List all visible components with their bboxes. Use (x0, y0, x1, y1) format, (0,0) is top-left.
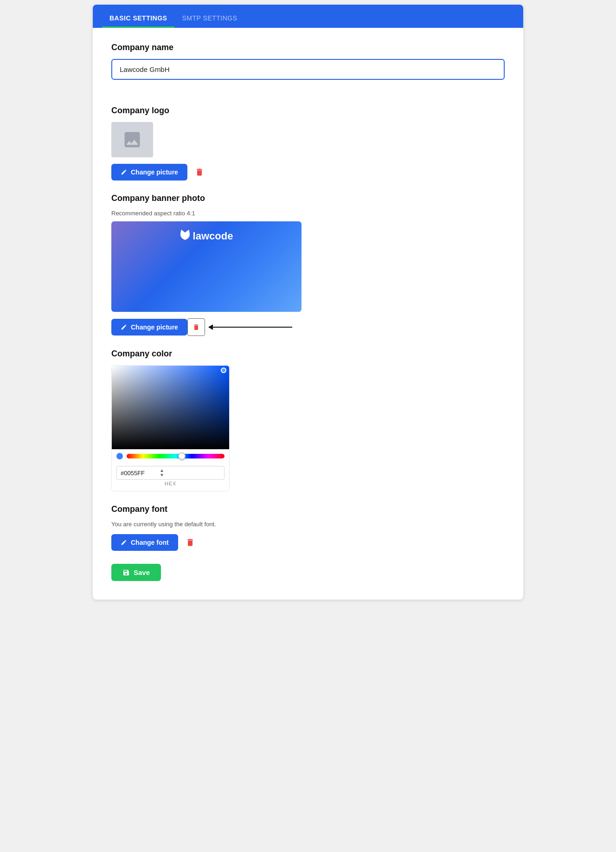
logo-placeholder (111, 122, 153, 157)
company-color-section: Company color (111, 349, 505, 491)
company-name-section: Company name (111, 43, 505, 93)
main-content: Company name Company logo Change picture (93, 28, 523, 600)
font-btn-row: Change font (111, 534, 505, 551)
trash-icon (195, 168, 204, 177)
color-gradient-dark (112, 366, 230, 449)
delete-logo-button[interactable] (193, 166, 206, 179)
company-logo-section: Company logo Change picture (111, 106, 505, 181)
company-font-section: Company font You are currently using the… (111, 504, 505, 551)
tab-bar: BASIC SETTINGS SMTP SETTINGS (93, 5, 523, 28)
change-font-button[interactable]: Change font (111, 534, 178, 551)
company-name-input[interactable] (111, 59, 505, 80)
pencil-icon (121, 539, 127, 546)
pencil-icon (121, 169, 127, 175)
arrow-annotation (209, 327, 292, 328)
save-button[interactable]: Save (111, 564, 161, 581)
aspect-ratio-hint: Recommended aspect ratio 4:1 (111, 210, 505, 217)
image-placeholder-icon (122, 129, 142, 150)
save-icon (122, 569, 130, 576)
company-font-title: Company font (111, 504, 505, 514)
hex-input-wrap: ▲ ▼ (116, 466, 225, 480)
hue-dot (116, 453, 123, 459)
color-picker[interactable]: ▲ ▼ HEX (111, 365, 230, 491)
trash-icon (186, 538, 195, 547)
banner-logo: lawcode (180, 230, 233, 243)
banner-logo-icon (180, 230, 190, 243)
arrow-head (208, 324, 213, 330)
hex-input[interactable] (121, 470, 158, 477)
hex-label: HEX (116, 481, 225, 486)
hex-down-button[interactable]: ▼ (160, 473, 164, 478)
hue-slider-row (112, 449, 229, 463)
settings-card: BASIC SETTINGS SMTP SETTINGS Company nam… (93, 5, 523, 600)
pencil-icon (121, 324, 127, 330)
company-logo-title: Company logo (111, 106, 505, 116)
hue-thumb[interactable] (178, 452, 186, 460)
font-hint: You are currently using the default font… (111, 521, 505, 528)
banner-preview: lawcode (111, 221, 302, 312)
trash-icon (192, 323, 200, 331)
save-section: Save (111, 564, 505, 581)
delete-banner-button[interactable] (187, 318, 205, 336)
tab-smtp-settings[interactable]: SMTP SETTINGS (174, 9, 244, 28)
company-name-title: Company name (111, 43, 505, 52)
company-banner-section: Company banner photo Recommended aspect … (111, 194, 505, 336)
hex-row: ▲ ▼ HEX (112, 463, 229, 491)
tab-basic-settings[interactable]: BASIC SETTINGS (102, 9, 174, 28)
banner-btn-row: Change picture (111, 318, 505, 336)
hue-track[interactable] (127, 454, 225, 458)
company-banner-title: Company banner photo (111, 194, 505, 203)
color-picker-handle[interactable] (221, 368, 226, 373)
change-banner-button[interactable]: Change picture (111, 319, 187, 336)
logo-btn-row: Change picture (111, 164, 505, 181)
change-logo-button[interactable]: Change picture (111, 164, 187, 181)
hex-spinners: ▲ ▼ (160, 468, 164, 478)
company-color-title: Company color (111, 349, 505, 359)
arrow-line (209, 327, 292, 328)
color-gradient-area[interactable] (112, 366, 230, 449)
delete-font-button[interactable] (184, 536, 197, 549)
